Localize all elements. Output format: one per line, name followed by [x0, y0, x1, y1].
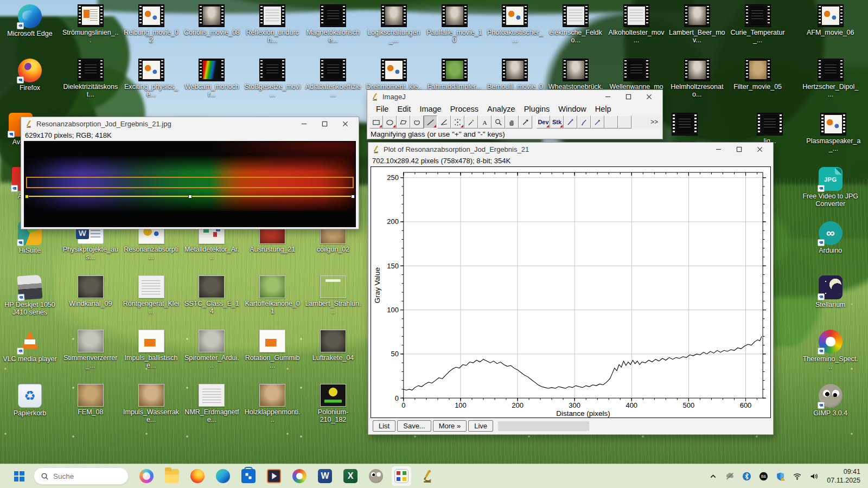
desktop-icon-hertzscher-dipol[interactable]: Hertzscher_Dipol_...	[802, 59, 859, 99]
desktop-icon-holzklappenmonti[interactable]: Holzklappenmonti...	[244, 384, 301, 424]
desktop-icon-theremino-spect[interactable]: Theremino_Spect...	[802, 330, 859, 371]
taskbar-icon-photos[interactable]	[289, 466, 310, 486]
maximize-button[interactable]	[618, 90, 639, 103]
dropper-tool-button[interactable]	[519, 115, 532, 129]
desktop-icon-afm-movie-06[interactable]: AFM_movie_06	[802, 4, 859, 36]
line-tool-button[interactable]	[424, 115, 437, 129]
freehand-tool-button[interactable]	[410, 115, 424, 129]
desktop-icon-papierkorb[interactable]: ♻Papierkorb	[1, 384, 59, 417]
desktop-icon-helmholtzresonato[interactable]: Helmholtzresonato...	[668, 59, 726, 99]
menu-help[interactable]: Help	[591, 105, 616, 113]
polygon-tool-button[interactable]	[397, 115, 410, 129]
desktop-icon-impuls-ballistische[interactable]: Impuls_ballistische...	[123, 330, 180, 370]
spare-tool-slot-1[interactable]	[604, 115, 618, 129]
taskbar-icon-firefox[interactable]	[187, 466, 208, 486]
oval-tool-button[interactable]	[383, 115, 397, 129]
menu-image[interactable]: Image	[415, 105, 445, 113]
image-window[interactable]: Resonanzabsorption_Jod_Ergebnis_21.jpg 6…	[21, 117, 359, 229]
close-button[interactable]	[639, 90, 659, 103]
taskbar-icon-imagej-tools[interactable]	[391, 466, 412, 486]
desktop-icon-lig[interactable]: lig...	[741, 113, 799, 145]
desktop-icon-logikschaltungen[interactable]: Logikschaltungen_...	[365, 4, 423, 44]
desktop-icon-stoßgesetze-movi[interactable]: Stoßgesetze_movi...	[244, 59, 301, 99]
tray-security-shield-icon[interactable]	[773, 467, 788, 485]
tray-bluetooth-icon[interactable]	[739, 467, 754, 485]
desktop-icon-plasmaspeaker-a[interactable]: Plasmaspeaker_a_...	[805, 113, 862, 153]
maximize-button[interactable]	[314, 117, 335, 130]
rectangle-tool-button[interactable]	[369, 115, 383, 129]
desktop-icon-elektrische-feldko[interactable]: elektrische_Feldko...	[547, 4, 604, 44]
desktop-icon-lambert-beer-mov[interactable]: Lambert_Beer_mov...	[668, 4, 726, 44]
maximize-button[interactable]	[729, 143, 749, 156]
desktop-icon-stimmenverzerrer[interactable]: Stimmenverzerrer_...	[62, 330, 119, 370]
image-window-titlebar[interactable]: Resonanzabsorption_Jod_Ergebnis_21.jpg	[21, 117, 359, 130]
wand-tool-button[interactable]	[464, 115, 478, 129]
spectrum-image[interactable]	[24, 141, 356, 227]
menu-analyze[interactable]: Analyze	[483, 105, 520, 113]
menu-window[interactable]: Window	[554, 105, 591, 113]
save-button[interactable]: Save...	[397, 420, 431, 432]
imagej-main-window[interactable]: ImageJ FileEditImageProcessAnalyzePlugin…	[367, 89, 663, 139]
desktop-icon-luftrakete-04[interactable]: Luftrakete_04	[304, 330, 362, 362]
plot-window[interactable]: Plot of Resonanzabsorption_Jod_Ergebnis_…	[368, 142, 774, 435]
tray-volume-icon[interactable]	[807, 467, 821, 485]
desktop-icon-strömungslinien[interactable]: Strömungslinien_...	[62, 4, 119, 44]
desktop-icon-reibung-movie-02[interactable]: Reibung_movie_02	[123, 4, 180, 44]
desktop-icon-hidden[interactable]	[656, 113, 713, 136]
desktop-icon-stellarium[interactable]: Stellarium	[802, 275, 859, 309]
line-handle-left[interactable]	[25, 195, 29, 198]
taskbar-icon-imagej[interactable]	[417, 466, 437, 486]
taskbar-icon-word[interactable]: W	[315, 466, 335, 486]
desktop-icon-filter-movie-05[interactable]: Filter_movie_05	[729, 59, 787, 91]
desktop-icon-arduino[interactable]: ∞Arduino	[802, 221, 859, 254]
desktop-icon-exciting-physics-e[interactable]: Exciting_physics_e...	[123, 59, 180, 99]
taskbar-icon-excel[interactable]: X	[340, 466, 361, 486]
taskbar-icon-file-explorer[interactable]	[162, 466, 182, 486]
angle-tool-button[interactable]	[437, 115, 451, 129]
taskbar-icon-edge[interactable]	[213, 466, 233, 486]
spare-tool-slot-2[interactable]	[618, 115, 631, 129]
imagej-titlebar[interactable]: ImageJ	[367, 90, 662, 103]
desktop-icon-rotation-gummib[interactable]: Rotation_Gummib...	[244, 330, 301, 370]
close-button[interactable]	[749, 143, 770, 156]
desktop-icon-windkanal-09[interactable]: Windkanal_09	[62, 275, 119, 307]
taskbar-icon-movies-tv[interactable]	[264, 466, 284, 486]
desktop-icon-röntgengerät-klei[interactable]: Röntgengerät_Klei...	[123, 275, 180, 316]
desktop-icon-reflexion-undurch[interactable]: Reflexion_undurch...	[244, 4, 301, 44]
menu-process[interactable]: Process	[446, 105, 483, 113]
tray-chevron-up-icon[interactable]	[706, 467, 720, 485]
minimize-button[interactable]	[293, 117, 314, 130]
desktop-icon-dielektrizitätskonst[interactable]: Dielektrizitätskonst...	[62, 59, 119, 99]
roi-rectangle-selection[interactable]	[26, 177, 354, 188]
zoom-tool-button[interactable]	[492, 115, 505, 129]
taskbar-icon-microsoft-store[interactable]	[238, 466, 259, 486]
search-input[interactable]	[53, 472, 113, 480]
line-handle-right[interactable]	[351, 195, 355, 198]
desktop-icon-alkoholtester-mov[interactable]: Alkoholtester_mov...	[608, 4, 665, 44]
tray-onedrive-off-icon[interactable]	[723, 467, 737, 485]
plot-window-titlebar[interactable]: Plot of Resonanzabsorption_Jod_Ergebnis_…	[368, 143, 773, 156]
desktop-icon-magnetokalorische[interactable]: Magnetokalorische...	[304, 4, 362, 44]
desktop-icon-vlc-media-player[interactable]: VLC media player	[1, 330, 59, 363]
text-tool-button[interactable]: A	[478, 115, 492, 129]
taskbar-icon-copilot[interactable]	[136, 466, 157, 486]
desktop-icon-photoakustischer[interactable]: Photoakustischer_...	[486, 4, 544, 44]
live-button[interactable]: Live	[468, 420, 493, 432]
taskbar-icon-gimp[interactable]	[366, 466, 386, 486]
desktop-icon-free-video-to-jpg-converter[interactable]: Free Video to JPG Converter	[802, 167, 859, 208]
desktop-icon-kartoffelkanone-01[interactable]: Kartoffelkanone_01	[244, 275, 301, 316]
close-button[interactable]	[335, 117, 355, 130]
tray-bo-audio-icon[interactable]: B&	[756, 467, 771, 485]
desktop-icon-hp-deskjet-1050-j410-series[interactable]: HP Deskjet 1050 J410 series	[1, 275, 59, 317]
point-tool-button[interactable]	[451, 115, 464, 129]
desktop-icon-paulfalle-movie-10[interactable]: Paulfalle_movie_10	[426, 4, 483, 44]
plot-canvas[interactable]: 0100200300400500600050100150200250Distan…	[371, 166, 771, 418]
desktop-icon-sstc-class-e-14[interactable]: SSTC_Class_E_14	[183, 275, 240, 316]
minimize-button[interactable]	[708, 143, 729, 156]
menu-edit[interactable]: Edit	[393, 105, 415, 113]
desktop-icon-curie-temperatur[interactable]: Curie_Temperatur_...	[729, 4, 787, 44]
desktop-icon-fahrraddämpfer[interactable]: Fahrraddämpfer...	[426, 59, 483, 91]
hand-tool-button[interactable]	[505, 115, 519, 129]
tray-wifi-icon[interactable]	[790, 467, 805, 485]
desktop-icon-polonium-210-182[interactable]: Polonium-210_182	[304, 384, 362, 424]
